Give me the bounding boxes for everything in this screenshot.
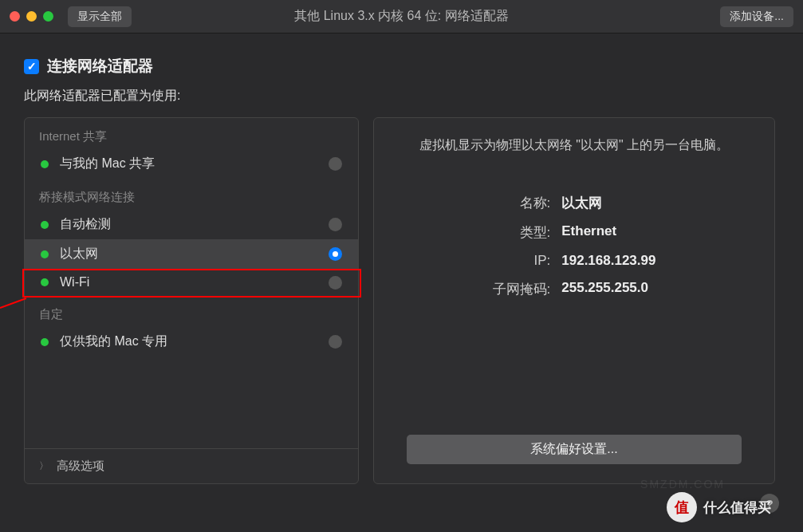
connect-adapter-checkbox[interactable]: ✓ (24, 59, 39, 74)
detail-mask-label: 子网掩码: (493, 280, 551, 298)
option-autodetect[interactable]: 自动检测 (25, 210, 358, 239)
radio-button[interactable] (329, 335, 342, 349)
details-table: 名称: 以太网 类型: Ethernet IP: 192.168.123.99 … (493, 194, 656, 298)
option-private-to-mac[interactable]: 仅供我的 Mac 专用 (25, 327, 358, 357)
radio-button[interactable] (329, 157, 342, 171)
description-text: 虚拟机显示为物理以太网络 "以太网" 上的另一台电脑。 (411, 137, 737, 154)
subtitle: 此网络适配器已配置为使用: (24, 88, 779, 104)
option-wifi[interactable]: Wi-Fi (25, 269, 358, 296)
advanced-label: 高级选项 (57, 459, 104, 474)
detail-type-label: 类型: (493, 223, 551, 242)
section-header-custom: 自定 (25, 296, 358, 327)
traffic-lights (10, 11, 53, 22)
option-label: Wi-Fi (60, 275, 317, 290)
watermark-faint: SMZDM.COM (640, 478, 725, 491)
radio-button[interactable] (329, 276, 342, 290)
radio-button[interactable] (329, 247, 342, 261)
panels: Internet 共享 与我的 Mac 共享 桥接模式网络连接 自动检测 以太网… (24, 117, 779, 484)
option-share-with-mac[interactable]: 与我的 Mac 共享 (25, 149, 358, 179)
maximize-window-button[interactable] (43, 11, 53, 22)
network-options-panel: Internet 共享 与我的 Mac 共享 桥接模式网络连接 自动检测 以太网… (24, 117, 359, 484)
watermark-icon: 值 (667, 492, 697, 522)
option-label: 仅供我的 Mac 专用 (60, 333, 317, 350)
detail-mask-value: 255.255.255.0 (561, 280, 655, 298)
status-dot-icon (41, 160, 49, 168)
chevron-right-icon: 〉 (39, 459, 49, 473)
header-title: 连接网络适配器 (47, 56, 153, 77)
details-panel: 虚拟机显示为物理以太网络 "以太网" 上的另一台电脑。 名称: 以太网 类型: … (373, 117, 775, 484)
detail-type-value: Ethernet (561, 223, 655, 242)
section-header-bridged: 桥接模式网络连接 (25, 179, 358, 210)
content-area: ✓ 连接网络适配器 此网络适配器已配置为使用: Internet 共享 与我的 … (0, 33, 803, 500)
watermark: 值 什么值得买 (667, 492, 771, 522)
detail-ip-value: 192.168.123.99 (561, 253, 655, 269)
detail-name-value: 以太网 (561, 194, 655, 212)
option-label: 以太网 (60, 246, 317, 262)
minimize-window-button[interactable] (26, 11, 37, 22)
status-dot-icon (41, 338, 49, 346)
add-device-button[interactable]: 添加设备... (720, 6, 793, 27)
status-dot-icon (41, 250, 49, 258)
option-label: 自动检测 (60, 216, 317, 233)
close-window-button[interactable] (10, 11, 20, 22)
radio-button[interactable] (329, 218, 342, 231)
window-title: 其他 Linux 3.x 内核 64 位: 网络适配器 (294, 8, 509, 25)
section-header-internet-sharing: Internet 共享 (25, 118, 358, 149)
advanced-options-toggle[interactable]: 〉 高级选项 (25, 448, 358, 483)
titlebar: 显示全部 其他 Linux 3.x 内核 64 位: 网络适配器 添加设备... (0, 0, 803, 33)
system-preferences-button[interactable]: 系统偏好设置... (407, 435, 742, 464)
detail-ip-label: IP: (493, 253, 551, 269)
option-ethernet[interactable]: 以太网 (25, 239, 358, 269)
watermark-text: 什么值得买 (703, 499, 771, 517)
header-row: ✓ 连接网络适配器 (24, 56, 779, 77)
status-dot-icon (41, 221, 49, 229)
option-label: 与我的 Mac 共享 (60, 156, 317, 172)
detail-name-label: 名称: (493, 194, 551, 212)
status-dot-icon (41, 278, 49, 286)
show-all-button[interactable]: 显示全部 (68, 6, 132, 27)
